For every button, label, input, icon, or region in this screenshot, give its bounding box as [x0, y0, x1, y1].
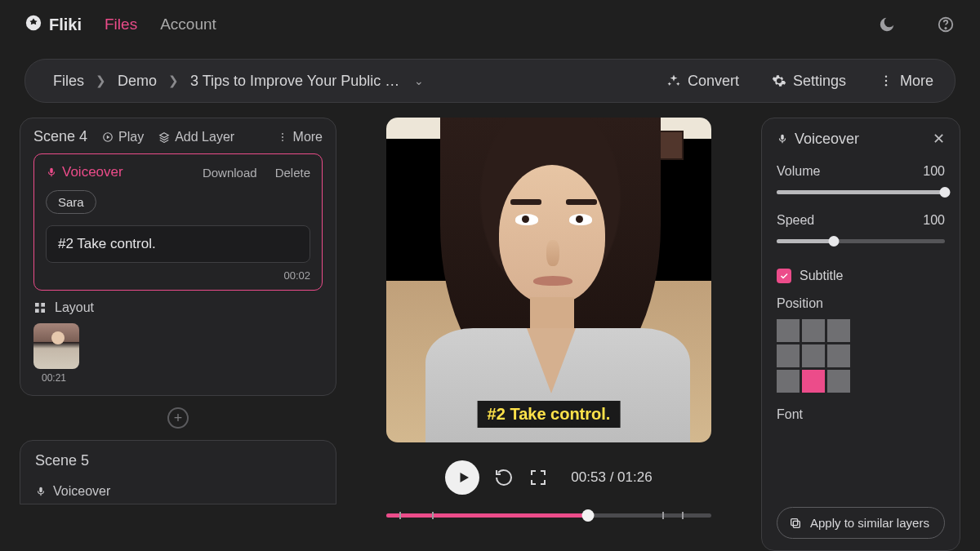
convert-button[interactable]: Convert: [666, 73, 739, 90]
voiceover-download-button[interactable]: Download: [203, 166, 257, 180]
video-preview[interactable]: #2 Take control.: [386, 118, 711, 442]
replay-button[interactable]: [494, 468, 514, 487]
settings-label: Settings: [793, 73, 846, 90]
speed-slider[interactable]: [777, 236, 945, 246]
right-column: Voiceover ✕ Volume 100 Speed 100: [761, 118, 960, 551]
scene4-more-button[interactable]: More: [277, 130, 323, 144]
close-icon: ✕: [933, 131, 945, 147]
fullscreen-icon: [528, 468, 548, 487]
nav-files[interactable]: Files: [105, 16, 137, 33]
voice-chip[interactable]: Sara: [46, 190, 96, 214]
voiceover-duration: 00:02: [46, 269, 310, 282]
breadcrumb-root[interactable]: Files: [53, 73, 84, 90]
position-cell-6[interactable]: [777, 370, 800, 393]
apply-to-similar-button[interactable]: Apply to similar layers: [777, 507, 945, 539]
volume-slider[interactable]: [777, 187, 945, 197]
position-label: Position: [777, 296, 945, 311]
center-column: #2 Take control. 00:53 / 01:26: [356, 118, 742, 551]
position-cell-7[interactable]: [802, 370, 825, 393]
svg-rect-14: [791, 518, 798, 525]
breadcrumb-toolbar: Files ❯ Demo ❯ 3 Tips to Improve Your Pu…: [24, 59, 956, 103]
speed-slider-row: Speed 100: [777, 213, 945, 246]
scene4-play-label: Play: [118, 130, 144, 144]
breadcrumb-file[interactable]: 3 Tips to Improve Your Public …: [190, 73, 399, 90]
timecode: 00:53 / 01:26: [571, 469, 652, 486]
brand-name: Fliki: [49, 16, 82, 34]
svg-point-6: [282, 132, 283, 134]
svg-point-3: [885, 80, 887, 82]
svg-rect-11: [35, 309, 39, 313]
svg-point-8: [282, 140, 283, 141]
microphone-icon: [35, 486, 47, 497]
nav-account[interactable]: Account: [160, 16, 216, 33]
voiceover-delete-button[interactable]: Delete: [275, 166, 310, 180]
svg-point-7: [282, 136, 283, 138]
video-subtitle: #2 Take control.: [478, 401, 621, 428]
position-cell-5[interactable]: [827, 344, 850, 367]
position-cell-8[interactable]: [827, 370, 850, 393]
position-grid: [777, 319, 945, 393]
convert-label: Convert: [688, 73, 739, 90]
fullscreen-button[interactable]: [528, 468, 548, 487]
replay-icon: [494, 468, 514, 487]
scene4-panel: Scene 4 Play Add Layer More: [20, 118, 336, 396]
time-total: 01:26: [617, 469, 653, 485]
speed-label: Speed: [777, 213, 814, 228]
progress-bar[interactable]: [386, 509, 711, 521]
main-layout: Scene 4 Play Add Layer More: [0, 103, 980, 551]
theme-toggle-icon[interactable]: [877, 15, 897, 34]
brand-logo-icon: [24, 14, 42, 36]
layout-label: Layout: [55, 300, 94, 315]
scene4-add-layer-button[interactable]: Add Layer: [158, 130, 234, 144]
more-button[interactable]: More: [879, 73, 933, 90]
font-label: Font: [777, 407, 945, 422]
sparkle-icon: [666, 73, 681, 88]
close-button[interactable]: ✕: [933, 130, 945, 148]
more-label: More: [900, 73, 933, 90]
add-scene-button[interactable]: +: [20, 407, 336, 429]
voiceover-label: Voiceover: [46, 164, 123, 180]
breadcrumb-folder[interactable]: Demo: [118, 73, 157, 90]
layout-thumb-time: 00:21: [42, 372, 323, 384]
help-icon[interactable]: [936, 15, 956, 34]
brand[interactable]: Fliki: [24, 14, 82, 36]
chevron-down-icon[interactable]: ⌄: [414, 74, 424, 87]
scene4-more-label: More: [293, 130, 323, 144]
play-icon: [457, 470, 471, 485]
subtitle-checkbox-row[interactable]: Subtitle: [777, 269, 945, 283]
position-cell-3[interactable]: [777, 344, 800, 367]
voiceover-settings-panel: Voiceover ✕ Volume 100 Speed 100: [761, 118, 960, 551]
volume-value: 100: [923, 164, 945, 179]
check-icon: [779, 271, 789, 281]
layout-header[interactable]: Layout: [33, 300, 323, 315]
scene4-title: Scene 4: [33, 128, 87, 145]
gear-icon: [772, 73, 786, 88]
play-button[interactable]: [445, 460, 479, 495]
microphone-icon: [777, 133, 788, 144]
dots-vertical-icon: [277, 131, 288, 143]
layers-icon: [158, 131, 170, 143]
dots-vertical-icon: [879, 73, 893, 88]
voiceover-text-input[interactable]: #2 Take control.: [46, 225, 310, 263]
position-cell-1[interactable]: [802, 319, 825, 342]
chevron-right-icon: ❯: [96, 73, 106, 88]
speed-value: 100: [923, 213, 945, 228]
top-nav: Fliki Files Account: [0, 0, 980, 49]
settings-button[interactable]: Settings: [772, 73, 846, 90]
position-cell-0[interactable]: [777, 319, 800, 342]
layout-thumbnail[interactable]: [33, 323, 79, 369]
svg-rect-13: [793, 521, 800, 527]
svg-rect-9: [35, 303, 39, 307]
position-cell-4[interactable]: [802, 344, 825, 367]
scene5-panel: Scene 5 Voiceover: [20, 440, 336, 504]
player-controls: 00:53 / 01:26: [445, 460, 652, 495]
position-cell-2[interactable]: [827, 319, 850, 342]
copy-icon: [789, 517, 802, 530]
subtitle-label: Subtitle: [800, 269, 843, 283]
voiceover-card[interactable]: Voiceover Download Delete Sara #2 Take c…: [33, 153, 323, 291]
left-column: Scene 4 Play Add Layer More: [20, 118, 336, 551]
scene4-play-button[interactable]: Play: [102, 130, 144, 144]
subtitle-checkbox[interactable]: [777, 269, 791, 283]
scene5-voiceover-row[interactable]: Voiceover: [35, 484, 321, 499]
svg-point-1: [945, 28, 946, 29]
